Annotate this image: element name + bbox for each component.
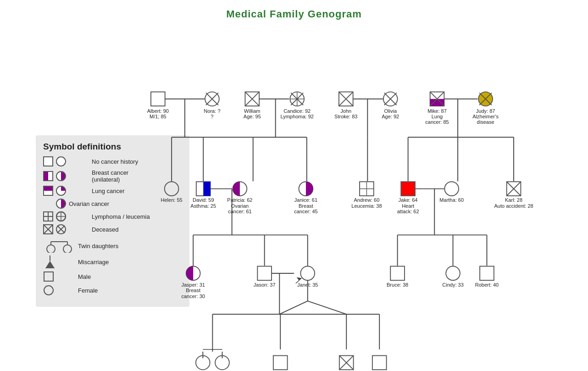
svg-text:Mike: 87: Mike: 87 — [427, 108, 447, 114]
svg-text:Alzheimer's: Alzheimer's — [472, 114, 499, 119]
genogram-diagram: .node-label { font-size: 11.5px; fill: #… — [0, 41, 588, 371]
svg-point-132 — [300, 266, 315, 281]
svg-text:Martha: 60: Martha: 60 — [439, 197, 464, 203]
svg-text:Karl: 28: Karl: 28 — [505, 197, 522, 203]
svg-text:John: John — [340, 108, 351, 114]
svg-text:Breast: Breast — [186, 288, 200, 293]
svg-text:Judy: 87: Judy: 87 — [476, 108, 495, 114]
svg-text:Cindy: 33: Cindy: 33 — [442, 282, 464, 288]
svg-point-83 — [165, 182, 179, 196]
svg-rect-86 — [203, 182, 210, 196]
svg-rect-136 — [390, 266, 405, 281]
svg-point-108 — [444, 182, 459, 196]
svg-text:disease: disease — [477, 119, 494, 125]
svg-text:?: ? — [211, 114, 213, 119]
svg-rect-156 — [273, 355, 288, 370]
svg-text:Age: 95: Age: 95 — [244, 114, 261, 119]
svg-text:Nora: ?: Nora: ? — [204, 108, 220, 114]
svg-text:cancer: 45: cancer: 45 — [294, 209, 318, 214]
svg-text:Leucemia: 38: Leucemia: 38 — [351, 203, 382, 209]
svg-text:Patricia: 62: Patricia: 62 — [227, 197, 252, 203]
svg-text:Stroke: 83: Stroke: 83 — [334, 114, 357, 119]
svg-text:Olivia: Olivia — [384, 108, 397, 114]
svg-text:Jasper: 31: Jasper: 31 — [181, 282, 205, 288]
svg-point-138 — [446, 266, 460, 281]
svg-rect-21 — [151, 92, 165, 106]
svg-text:Andrew: 60: Andrew: 60 — [354, 197, 379, 203]
svg-rect-129 — [257, 266, 272, 281]
svg-rect-162 — [372, 355, 387, 370]
svg-rect-55 — [430, 99, 444, 106]
svg-text:cancer: 30: cancer: 30 — [181, 293, 205, 299]
svg-text:Robert: 40: Robert: 40 — [475, 282, 499, 288]
svg-text:Candice: 92: Candice: 92 — [283, 108, 311, 114]
svg-text:Lung: Lung — [432, 114, 443, 119]
svg-text:Auto accident: 28: Auto accident: 28 — [494, 203, 533, 209]
page-title: Medical Family Genogram — [0, 0, 588, 20]
svg-text:Breast: Breast — [299, 203, 313, 209]
svg-text:Bruce: 38: Bruce: 38 — [387, 282, 408, 288]
svg-rect-140 — [480, 266, 494, 281]
svg-text:Asthma: 25: Asthma: 25 — [190, 203, 216, 209]
svg-text:cancer: 85: cancer: 85 — [425, 119, 449, 125]
svg-text:Heart: Heart — [402, 203, 414, 209]
svg-text:M/1; 85: M/1; 85 — [150, 114, 166, 119]
svg-text:William: William — [244, 108, 261, 114]
svg-line-166 — [308, 301, 346, 314]
svg-text:David: 59: David: 59 — [193, 197, 214, 203]
svg-line-165 — [279, 301, 307, 314]
svg-text:Lymphoma: 92: Lymphoma: 92 — [280, 114, 314, 119]
svg-text:Jake: 64: Jake: 64 — [399, 197, 418, 203]
svg-text:Ovarian: Ovarian — [231, 203, 249, 209]
svg-text:Janice: 61: Janice: 61 — [294, 197, 317, 203]
svg-text:Helen: 55: Helen: 55 — [161, 197, 183, 203]
svg-text:Albert: 90: Albert: 90 — [147, 108, 169, 114]
svg-text:Jason: 37: Jason: 37 — [254, 282, 276, 288]
svg-text:attack: 62: attack: 62 — [397, 209, 419, 214]
svg-text:Age: 92: Age: 92 — [382, 114, 399, 119]
svg-rect-103 — [401, 182, 415, 196]
